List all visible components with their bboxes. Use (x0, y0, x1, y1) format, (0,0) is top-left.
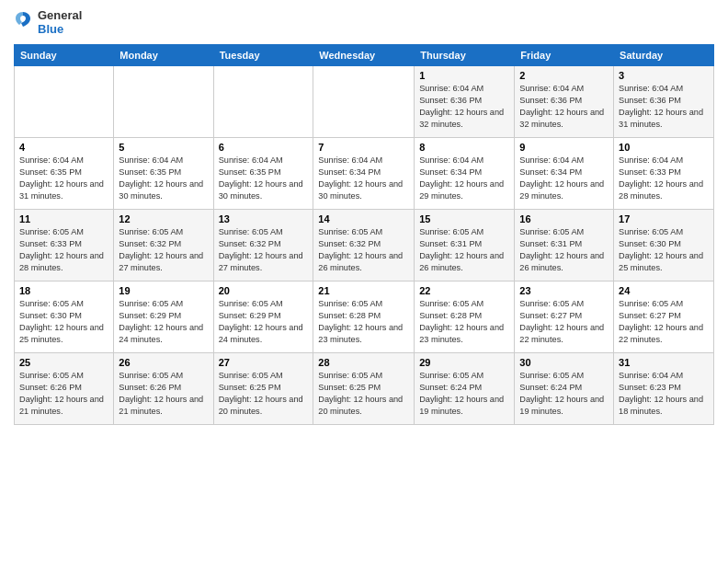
header: General Blue (14, 9, 714, 37)
day-info: Sunrise: 6:04 AM Sunset: 6:23 PM Dayligh… (619, 370, 709, 418)
day-number: 9 (519, 142, 609, 153)
calendar-day-3: 3Sunrise: 6:04 AM Sunset: 6:36 PM Daylig… (614, 65, 714, 137)
day-info: Sunrise: 6:04 AM Sunset: 6:33 PM Dayligh… (619, 155, 709, 202)
day-number: 20 (219, 285, 309, 296)
calendar-day-29: 29Sunrise: 6:05 AM Sunset: 6:24 PM Dayli… (415, 352, 515, 424)
day-info: Sunrise: 6:05 AM Sunset: 6:24 PM Dayligh… (419, 370, 509, 418)
calendar-day-7: 7Sunrise: 6:04 AM Sunset: 6:34 PM Daylig… (313, 137, 415, 209)
day-info: Sunrise: 6:05 AM Sunset: 6:32 PM Dayligh… (219, 226, 309, 274)
day-number: 30 (519, 357, 609, 368)
calendar-day-21: 21Sunrise: 6:05 AM Sunset: 6:28 PM Dayli… (313, 281, 415, 352)
calendar-day-14: 14Sunrise: 6:05 AM Sunset: 6:32 PM Dayli… (313, 209, 415, 281)
day-number: 18 (19, 285, 108, 296)
calendar-week-2: 4Sunrise: 6:04 AM Sunset: 6:35 PM Daylig… (15, 137, 714, 209)
day-number: 29 (419, 357, 509, 368)
day-info: Sunrise: 6:05 AM Sunset: 6:31 PM Dayligh… (419, 226, 509, 274)
day-header-row: SundayMondayTuesdayWednesdayThursdayFrid… (15, 44, 714, 65)
day-number: 15 (419, 213, 509, 224)
calendar-week-4: 18Sunrise: 6:05 AM Sunset: 6:30 PM Dayli… (15, 281, 714, 352)
day-number: 14 (318, 213, 409, 224)
day-info: Sunrise: 6:04 AM Sunset: 6:35 PM Dayligh… (119, 155, 208, 202)
day-number: 16 (519, 213, 609, 224)
day-number: 6 (219, 142, 309, 153)
calendar-day-30: 30Sunrise: 6:05 AM Sunset: 6:24 PM Dayli… (515, 352, 614, 424)
empty-cell (313, 65, 415, 137)
calendar-day-25: 25Sunrise: 6:05 AM Sunset: 6:26 PM Dayli… (15, 352, 114, 424)
day-info: Sunrise: 6:05 AM Sunset: 6:33 PM Dayligh… (19, 226, 108, 274)
day-number: 25 (19, 357, 108, 368)
day-info: Sunrise: 6:04 AM Sunset: 6:36 PM Dayligh… (419, 83, 509, 131)
day-number: 22 (419, 285, 509, 296)
day-number: 31 (619, 357, 709, 368)
calendar-day-4: 4Sunrise: 6:04 AM Sunset: 6:35 PM Daylig… (15, 137, 114, 209)
day-info: Sunrise: 6:05 AM Sunset: 6:27 PM Dayligh… (519, 298, 609, 346)
day-number: 1 (419, 70, 509, 81)
day-number: 5 (119, 142, 208, 153)
day-number: 12 (119, 213, 208, 224)
calendar-week-5: 25Sunrise: 6:05 AM Sunset: 6:26 PM Dayli… (15, 352, 714, 424)
day-of-week-thursday: Thursday (415, 44, 515, 65)
calendar-day-2: 2Sunrise: 6:04 AM Sunset: 6:36 PM Daylig… (515, 65, 614, 137)
day-number: 13 (219, 213, 309, 224)
day-of-week-saturday: Saturday (614, 44, 714, 65)
calendar-day-16: 16Sunrise: 6:05 AM Sunset: 6:31 PM Dayli… (515, 209, 614, 281)
day-of-week-tuesday: Tuesday (213, 44, 313, 65)
day-info: Sunrise: 6:05 AM Sunset: 6:30 PM Dayligh… (619, 226, 709, 274)
calendar-day-15: 15Sunrise: 6:05 AM Sunset: 6:31 PM Dayli… (415, 209, 515, 281)
day-number: 4 (19, 142, 108, 153)
calendar-table: SundayMondayTuesdayWednesdayThursdayFrid… (14, 44, 714, 425)
day-info: Sunrise: 6:05 AM Sunset: 6:32 PM Dayligh… (119, 226, 208, 274)
calendar-day-1: 1Sunrise: 6:04 AM Sunset: 6:36 PM Daylig… (415, 65, 515, 137)
day-info: Sunrise: 6:05 AM Sunset: 6:28 PM Dayligh… (318, 298, 409, 346)
calendar-day-9: 9Sunrise: 6:04 AM Sunset: 6:34 PM Daylig… (515, 137, 614, 209)
calendar-day-18: 18Sunrise: 6:05 AM Sunset: 6:30 PM Dayli… (15, 281, 114, 352)
day-info: Sunrise: 6:04 AM Sunset: 6:34 PM Dayligh… (318, 155, 409, 202)
day-info: Sunrise: 6:04 AM Sunset: 6:36 PM Dayligh… (519, 83, 609, 131)
calendar-day-6: 6Sunrise: 6:04 AM Sunset: 6:35 PM Daylig… (213, 137, 313, 209)
day-info: Sunrise: 6:05 AM Sunset: 6:24 PM Dayligh… (519, 370, 609, 418)
day-number: 2 (519, 70, 609, 81)
day-number: 21 (318, 285, 409, 296)
calendar-week-1: 1Sunrise: 6:04 AM Sunset: 6:36 PM Daylig… (15, 65, 714, 137)
day-info: Sunrise: 6:04 AM Sunset: 6:35 PM Dayligh… (219, 155, 309, 202)
calendar-day-8: 8Sunrise: 6:04 AM Sunset: 6:34 PM Daylig… (415, 137, 515, 209)
day-info: Sunrise: 6:05 AM Sunset: 6:25 PM Dayligh… (219, 370, 309, 418)
logo-bird-icon (14, 10, 32, 32)
logo-general: General (38, 9, 82, 23)
calendar-day-24: 24Sunrise: 6:05 AM Sunset: 6:27 PM Dayli… (614, 281, 714, 352)
day-info: Sunrise: 6:04 AM Sunset: 6:36 PM Dayligh… (619, 83, 709, 131)
empty-cell (15, 65, 114, 137)
calendar-day-28: 28Sunrise: 6:05 AM Sunset: 6:25 PM Dayli… (313, 352, 415, 424)
day-of-week-friday: Friday (515, 44, 614, 65)
calendar-day-12: 12Sunrise: 6:05 AM Sunset: 6:32 PM Dayli… (114, 209, 213, 281)
day-number: 26 (119, 357, 208, 368)
calendar-day-10: 10Sunrise: 6:04 AM Sunset: 6:33 PM Dayli… (614, 137, 714, 209)
calendar-day-22: 22Sunrise: 6:05 AM Sunset: 6:28 PM Dayli… (415, 281, 515, 352)
day-number: 19 (119, 285, 208, 296)
page: General Blue SundayMondayTuesdayWednesda… (0, 0, 728, 434)
day-info: Sunrise: 6:05 AM Sunset: 6:28 PM Dayligh… (419, 298, 509, 346)
calendar-day-26: 26Sunrise: 6:05 AM Sunset: 6:26 PM Dayli… (114, 352, 213, 424)
calendar-day-31: 31Sunrise: 6:04 AM Sunset: 6:23 PM Dayli… (614, 352, 714, 424)
calendar-day-27: 27Sunrise: 6:05 AM Sunset: 6:25 PM Dayli… (213, 352, 313, 424)
calendar-day-13: 13Sunrise: 6:05 AM Sunset: 6:32 PM Dayli… (213, 209, 313, 281)
calendar-day-20: 20Sunrise: 6:05 AM Sunset: 6:29 PM Dayli… (213, 281, 313, 352)
day-number: 3 (619, 70, 709, 81)
calendar-body: 1Sunrise: 6:04 AM Sunset: 6:36 PM Daylig… (15, 65, 714, 424)
day-of-week-sunday: Sunday (15, 44, 114, 65)
day-number: 17 (619, 213, 709, 224)
empty-cell (213, 65, 313, 137)
day-info: Sunrise: 6:04 AM Sunset: 6:35 PM Dayligh… (19, 155, 108, 202)
day-number: 23 (519, 285, 609, 296)
day-info: Sunrise: 6:05 AM Sunset: 6:26 PM Dayligh… (19, 370, 108, 418)
day-info: Sunrise: 6:05 AM Sunset: 6:27 PM Dayligh… (619, 298, 709, 346)
calendar-day-23: 23Sunrise: 6:05 AM Sunset: 6:27 PM Dayli… (515, 281, 614, 352)
calendar-day-5: 5Sunrise: 6:04 AM Sunset: 6:35 PM Daylig… (114, 137, 213, 209)
day-info: Sunrise: 6:04 AM Sunset: 6:34 PM Dayligh… (419, 155, 509, 202)
day-number: 11 (19, 213, 108, 224)
day-number: 7 (318, 142, 409, 153)
day-info: Sunrise: 6:05 AM Sunset: 6:30 PM Dayligh… (19, 298, 108, 346)
calendar-day-19: 19Sunrise: 6:05 AM Sunset: 6:29 PM Dayli… (114, 281, 213, 352)
day-info: Sunrise: 6:05 AM Sunset: 6:29 PM Dayligh… (219, 298, 309, 346)
day-of-week-monday: Monday (114, 44, 213, 65)
